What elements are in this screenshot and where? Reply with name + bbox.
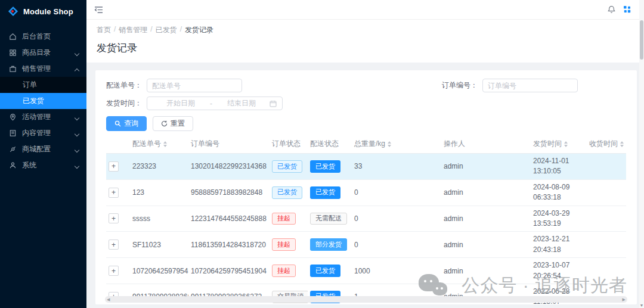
order-status-badge: 挂起: [272, 265, 296, 277]
app-window: Module Shop 后台首页 商品目录 销售管理: [0, 0, 644, 308]
col-delivery-no[interactable]: 配送单号: [130, 136, 188, 154]
sidebar-item-orders[interactable]: 订单: [0, 77, 86, 93]
app-logo: Module Shop: [0, 0, 86, 23]
order-no-cell: 958885971883982848: [188, 179, 270, 206]
delivery-no-label: 配送单号：: [106, 80, 142, 91]
scroll-left-arrow-icon[interactable]: ◀: [107, 297, 110, 302]
user-icon: [9, 161, 17, 169]
breadcrumb-current: 发货记录: [185, 25, 213, 35]
horizontal-scrollbar[interactable]: ◀ ▶: [105, 296, 627, 303]
sidebar-item-catalog[interactable]: 商品目录: [0, 45, 86, 61]
table-body: + 223323 1302014822992314368 已发货 已发货 33 …: [106, 154, 626, 305]
breadcrumb-item[interactable]: 销售管理: [119, 25, 147, 35]
delivery-no-filter: 配送单号：: [106, 79, 242, 92]
col-weight[interactable]: 总重量/kg: [352, 136, 441, 154]
delivery-no-input[interactable]: [147, 79, 242, 92]
col-ship-time[interactable]: 发货时间: [531, 136, 587, 154]
delivery-no-cell: 223323: [130, 154, 188, 180]
ship-time-cell: 2024-03-29 13:53:19: [531, 206, 587, 232]
breadcrumb: 首页/ 销售管理/ 已发货/ 发货记录: [97, 25, 634, 35]
breadcrumb-item[interactable]: 首页: [97, 25, 111, 35]
sidebar-item-content[interactable]: 内容管理: [0, 125, 86, 141]
delivery-no-cell: 123: [130, 179, 188, 206]
order-no-input[interactable]: [482, 79, 578, 92]
scroll-right-arrow-icon[interactable]: ▶: [623, 297, 626, 302]
weight-cell: 0: [352, 232, 441, 258]
logo-diamond-icon: [8, 6, 18, 17]
sidebar-item-system[interactable]: 系统: [0, 157, 86, 173]
expand-row-button[interactable]: +: [109, 266, 119, 276]
expand-row-button[interactable]: +: [109, 213, 119, 223]
expand-row-button[interactable]: +: [109, 161, 119, 172]
order-status-badge: 已发货: [272, 160, 302, 173]
ship-date-range-picker[interactable]: 开始日期 - 结束日期: [147, 97, 283, 110]
vertical-scrollbar[interactable]: ▼: [639, 0, 644, 308]
operator-cell: admin: [441, 232, 531, 258]
search-button[interactable]: 查询: [106, 116, 147, 131]
layout-grid-icon[interactable]: [624, 6, 631, 13]
location-pin-icon: [9, 113, 17, 121]
sort-icon[interactable]: [564, 141, 568, 147]
weight-cell: 33: [352, 154, 441, 180]
table-row: + 123 958885971883982848 已发货 已发货 0 admin…: [106, 179, 626, 206]
search-icon: [114, 120, 121, 127]
sidebar: Module Shop 后台首页 商品目录 销售管理: [0, 0, 86, 308]
sidebar-item-label: 系统: [22, 160, 69, 170]
menu-fold-icon[interactable]: [94, 6, 103, 14]
sidebar-item-sales[interactable]: 销售管理: [0, 61, 86, 77]
sort-icon[interactable]: [620, 141, 624, 147]
delivery-status-badge: 已发货: [310, 186, 340, 199]
receive-time-cell: [587, 232, 626, 258]
expand-row-button[interactable]: +: [109, 188, 119, 198]
sort-icon[interactable]: [163, 141, 167, 147]
page-title: 发货记录: [97, 41, 634, 55]
sort-icon[interactable]: [388, 141, 391, 147]
col-order-no: 订单编号: [188, 136, 270, 154]
col-receive-time[interactable]: 收货时间: [587, 136, 626, 154]
sidebar-item-label: 订单: [23, 80, 79, 90]
sidebar-item-shipped[interactable]: 已发货: [0, 93, 86, 109]
ship-time-cell: 2023-12-21 20:43:18: [531, 232, 587, 258]
sidebar-item-home[interactable]: 后台首页: [0, 29, 86, 45]
filter-actions: 查询 重置: [106, 116, 626, 131]
delivery-status-badge: 部分发货: [310, 238, 347, 251]
wrench-icon: [9, 145, 17, 153]
order-no-cell: 1072064259795451904: [188, 258, 270, 284]
scrollbar-thumb[interactable]: [640, 20, 643, 60]
breadcrumb-item[interactable]: 已发货: [156, 25, 177, 35]
delivery-status-badge: 已发货: [310, 160, 340, 173]
operator-cell: admin: [441, 206, 531, 232]
table-row: + sssss 1223147644558245888 挂起 无需配送 0 ad…: [106, 206, 626, 232]
calendar-icon: [270, 100, 277, 107]
ship-time-cell: 2023-10-07 20:26:54: [531, 258, 587, 284]
refresh-icon: [161, 120, 168, 127]
order-no-cell: 1223147644558245888: [188, 206, 270, 232]
scroll-down-arrow-icon[interactable]: ▼: [639, 303, 644, 307]
expand-row-button[interactable]: +: [109, 239, 119, 250]
sidebar-item-label: 商品目录: [22, 48, 69, 58]
sidebar-item-label: 后台首页: [22, 32, 79, 42]
order-no-filter: 订单编号：: [442, 79, 578, 92]
col-delivery-status: 配送状态: [308, 136, 352, 154]
reset-button[interactable]: 重置: [153, 116, 193, 131]
ship-time-cell: 2024-11-01 13:10:05: [531, 154, 587, 180]
chevron-down-icon: [75, 131, 79, 136]
order-no-cell: 1186135914284318720: [188, 232, 270, 258]
order-status-badge: 已发货: [272, 186, 302, 199]
delivery-no-cell: sssss: [130, 206, 188, 232]
filter-row-1: 配送单号： 订单编号：: [106, 79, 626, 92]
sidebar-submenu-sales: 订单 已发货: [0, 77, 86, 109]
sidebar-item-activity[interactable]: 活动管理: [0, 109, 86, 125]
order-status-badge: 挂起: [272, 213, 296, 225]
weight-cell: 1000: [352, 258, 441, 284]
sidebar-item-mall-config[interactable]: 商城配置: [0, 141, 86, 157]
catalog-icon: [9, 49, 17, 57]
sidebar-item-label: 活动管理: [22, 112, 69, 122]
col-order-status: 订单状态: [270, 136, 308, 154]
col-operator: 操作人: [441, 136, 531, 154]
sidebar-item-label: 已发货: [23, 96, 79, 106]
order-status-badge: 挂起: [272, 238, 296, 251]
home-icon: [9, 33, 17, 41]
notification-bell-icon[interactable]: [608, 5, 615, 14]
operator-cell: admin: [441, 179, 531, 206]
